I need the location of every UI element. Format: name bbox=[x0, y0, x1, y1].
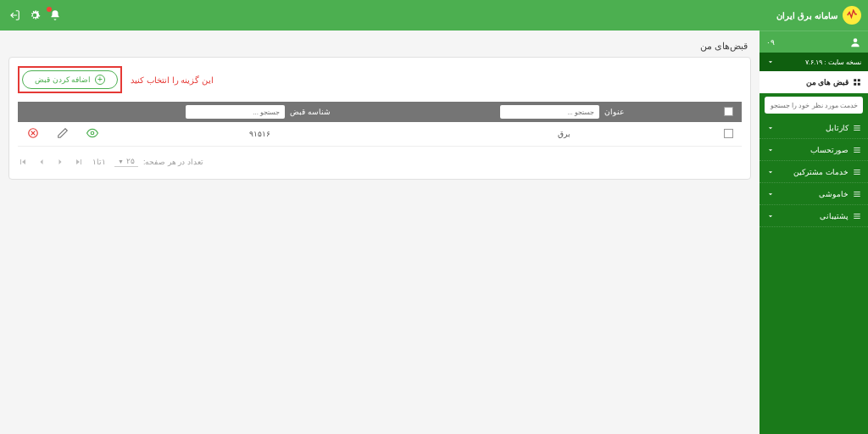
notification-icon[interactable] bbox=[49, 9, 61, 21]
delete-button[interactable] bbox=[27, 127, 39, 139]
list-icon bbox=[853, 190, 861, 198]
logout-icon[interactable] bbox=[8, 9, 20, 21]
list-icon bbox=[853, 212, 861, 220]
svg-rect-16 bbox=[854, 192, 860, 192]
menu-label: صورتحساب bbox=[810, 146, 849, 154]
pager-size-select[interactable]: ۲۵▼ bbox=[114, 157, 138, 167]
svg-rect-18 bbox=[854, 196, 860, 197]
svg-rect-17 bbox=[854, 193, 860, 194]
hint-text: این گزینه را انتخاب کنید bbox=[131, 75, 214, 85]
bills-table: عنوان شناسه قبض bbox=[18, 102, 742, 147]
menu-item-support[interactable]: پشتیبانی bbox=[760, 205, 868, 227]
pager-first-icon[interactable] bbox=[18, 157, 28, 167]
menu-item-cartable[interactable]: کارتابل bbox=[760, 117, 868, 139]
plus-icon: + bbox=[95, 75, 105, 85]
menu-label: کارتابل bbox=[826, 124, 849, 132]
chevron-down-icon bbox=[766, 124, 775, 132]
sidebar: سامانه برق ایران ۰۹ نسخه سایت : ۷.۶.۱۹ ق… bbox=[760, 0, 868, 434]
user-icon bbox=[849, 36, 861, 48]
pager-last-icon[interactable] bbox=[74, 157, 84, 167]
sidebar-search-input[interactable] bbox=[769, 102, 858, 109]
edit-button[interactable] bbox=[57, 127, 69, 139]
chevron-down-icon bbox=[766, 58, 775, 66]
col-view bbox=[78, 102, 108, 122]
col-delete bbox=[18, 102, 47, 122]
content: قبض‌های من اضافه کردن قبض + این گزینه را… bbox=[0, 31, 760, 434]
brand: سامانه برق ایران bbox=[760, 0, 868, 31]
svg-rect-1 bbox=[854, 79, 856, 81]
chevron-down-icon bbox=[766, 146, 775, 154]
svg-rect-9 bbox=[854, 130, 860, 131]
view-button[interactable] bbox=[86, 127, 98, 139]
svg-rect-12 bbox=[854, 152, 860, 153]
menu-label: خاموشی bbox=[819, 190, 849, 198]
svg-point-0 bbox=[854, 38, 858, 42]
pager-next-icon[interactable] bbox=[55, 157, 65, 167]
svg-rect-8 bbox=[854, 127, 860, 128]
pager-size-label: تعداد در هر صفحه: bbox=[143, 158, 203, 166]
menu-item-outage[interactable]: خاموشی bbox=[760, 183, 868, 205]
svg-rect-3 bbox=[854, 83, 856, 86]
menu-item-billing[interactable]: صورتحساب bbox=[760, 139, 868, 161]
svg-rect-19 bbox=[854, 214, 860, 214]
list-icon bbox=[853, 146, 861, 154]
col-billid-search[interactable] bbox=[186, 105, 285, 119]
col-title-search-input[interactable] bbox=[505, 108, 594, 116]
row-checkbox[interactable] bbox=[724, 129, 733, 138]
notification-badge bbox=[47, 7, 52, 12]
col-title-label: عنوان bbox=[604, 108, 624, 116]
svg-rect-15 bbox=[854, 174, 860, 175]
col-title: عنوان bbox=[412, 102, 716, 122]
highlight-box: اضافه کردن قبض + bbox=[18, 66, 122, 93]
user-row[interactable]: ۰۹ bbox=[760, 31, 868, 53]
topbar bbox=[0, 0, 760, 31]
checkbox-icon[interactable] bbox=[724, 107, 733, 116]
svg-point-22 bbox=[92, 131, 95, 135]
svg-rect-13 bbox=[854, 170, 860, 170]
list-icon bbox=[853, 168, 861, 176]
svg-rect-10 bbox=[854, 147, 860, 148]
chevron-down-icon bbox=[766, 190, 775, 198]
grid-icon bbox=[853, 78, 861, 86]
main: قبض‌های من اضافه کردن قبض + این گزینه را… bbox=[0, 0, 760, 434]
pager-size-value: ۲۵ bbox=[126, 157, 135, 165]
table-header-row: عنوان شناسه قبض bbox=[18, 102, 742, 122]
sidebar-search[interactable] bbox=[765, 97, 863, 114]
cell-title: برق bbox=[412, 122, 716, 147]
add-bill-label: اضافه کردن قبض bbox=[35, 75, 91, 84]
version-label: نسخه سایت : ۷.۶.۱۹ bbox=[805, 58, 861, 66]
svg-rect-4 bbox=[858, 83, 860, 86]
col-billid: شناسه قبض bbox=[108, 102, 412, 122]
version-row[interactable]: نسخه سایت : ۷.۶.۱۹ bbox=[760, 53, 868, 71]
dropdown-icon: ▼ bbox=[118, 159, 124, 164]
col-select-all[interactable] bbox=[715, 102, 742, 122]
pager-range: ۱تا۱ bbox=[92, 158, 106, 166]
table-row: برق ۹۱۵۱۶ bbox=[18, 122, 742, 147]
col-billid-label: شناسه قبض bbox=[290, 108, 331, 116]
col-edit bbox=[47, 102, 77, 122]
menu-item-services[interactable]: خدمات مشترکین bbox=[760, 161, 868, 183]
col-title-search[interactable] bbox=[500, 105, 599, 119]
col-billid-search-input[interactable] bbox=[191, 108, 280, 116]
pager-size[interactable]: تعداد در هر صفحه: ۲۵▼ bbox=[114, 157, 203, 167]
card: اضافه کردن قبض + این گزینه را انتخاب کنی… bbox=[8, 57, 751, 180]
pager-prev-icon[interactable] bbox=[36, 157, 47, 167]
brand-title: سامانه برق ایران bbox=[776, 11, 837, 20]
settings-icon[interactable] bbox=[29, 9, 41, 21]
chevron-down-icon bbox=[766, 212, 775, 220]
cell-billid: ۹۱۵۱۶ bbox=[108, 122, 412, 147]
brand-logo-icon bbox=[843, 6, 861, 25]
menu-label: خدمات مشترکین bbox=[793, 168, 849, 176]
svg-rect-21 bbox=[854, 218, 860, 219]
menu-item-my-bills[interactable]: قبض های من bbox=[760, 71, 868, 93]
svg-rect-2 bbox=[858, 79, 860, 81]
user-phone: ۰۹ bbox=[766, 38, 775, 47]
menu-label: پشتیبانی bbox=[820, 212, 849, 220]
svg-rect-14 bbox=[854, 171, 860, 172]
svg-rect-20 bbox=[854, 215, 860, 216]
add-bill-button[interactable]: اضافه کردن قبض + bbox=[22, 70, 118, 89]
card-toolbar: اضافه کردن قبض + این گزینه را انتخاب کنی… bbox=[18, 66, 742, 93]
svg-rect-11 bbox=[854, 149, 860, 150]
svg-rect-7 bbox=[854, 125, 860, 126]
menu-selected-label: قبض های من bbox=[806, 78, 849, 86]
